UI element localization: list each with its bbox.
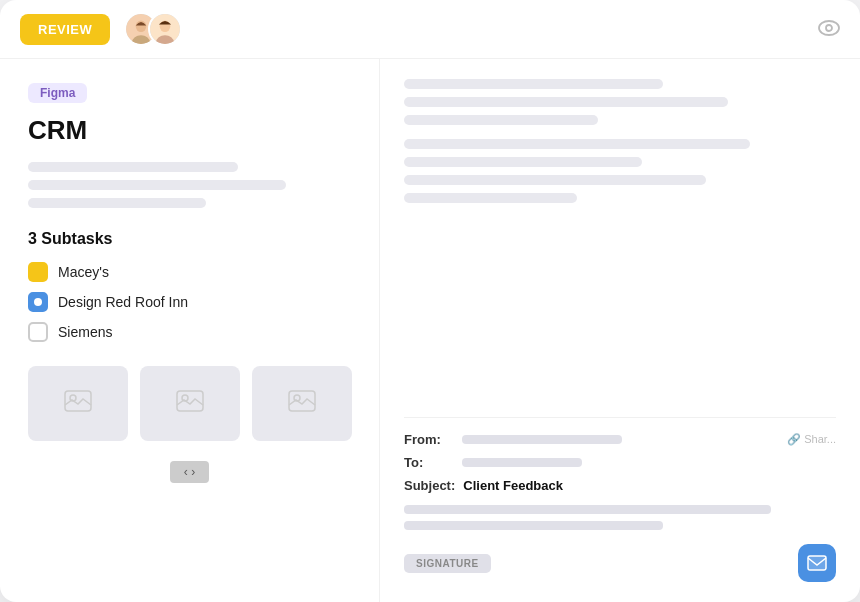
left-panel: Figma CRM 3 Subtasks Macey's Design Red … (0, 59, 380, 602)
mail-icon-button[interactable] (798, 544, 836, 582)
right-skeleton-1 (404, 79, 663, 89)
share-icon-row: 🔗 Shar... (787, 433, 836, 446)
svg-rect-12 (289, 391, 315, 411)
email-footer: SIGNATURE (404, 544, 836, 582)
toolbar-right (818, 18, 840, 41)
avatar-2 (148, 12, 182, 46)
to-label: To: (404, 455, 454, 470)
toolbar: REVIEW (0, 0, 860, 59)
right-skeleton-3 (404, 115, 598, 125)
subtask-label: Design Red Roof Inn (58, 294, 188, 310)
subtask-label: Siemens (58, 324, 112, 340)
email-section: From: 🔗 Shar... To: Subject: Client Feed… (404, 417, 836, 582)
email-from-row: From: 🔗 Shar... (404, 432, 836, 447)
to-value (462, 458, 582, 467)
email-to-row: To: (404, 455, 836, 470)
body-line-2 (404, 521, 663, 530)
list-item[interactable]: Macey's (28, 262, 351, 282)
email-body-skeleton (404, 505, 836, 530)
share-text: 🔗 Shar... (787, 433, 836, 446)
avatars-group (124, 12, 182, 46)
from-value (462, 435, 622, 444)
review-button[interactable]: REVIEW (20, 14, 110, 45)
right-mid-skeleton (404, 139, 836, 203)
image-thumb-3[interactable] (252, 366, 352, 441)
subtask-check-blue (28, 292, 48, 312)
subject-value: Client Feedback (463, 478, 563, 493)
figma-badge: Figma (28, 83, 87, 103)
right-skeleton-5 (404, 157, 642, 167)
right-skeleton-7 (404, 193, 577, 203)
image-icon-2 (176, 390, 204, 418)
signature-badge: SIGNATURE (404, 554, 491, 573)
right-panel: From: 🔗 Shar... To: Subject: Client Feed… (380, 59, 860, 602)
body-line-1 (404, 505, 771, 514)
subject-label: Subject: (404, 478, 455, 493)
image-thumb-2[interactable] (140, 366, 240, 441)
image-icon-3 (288, 390, 316, 418)
page-nav-button[interactable]: ‹ › (170, 461, 209, 483)
mail-icon (807, 553, 827, 573)
svg-point-6 (819, 21, 839, 35)
main-window: REVIEW (0, 0, 860, 602)
email-subject-row: Subject: Client Feedback (404, 478, 836, 493)
subtask-list: Macey's Design Red Roof Inn Siemens (28, 262, 351, 342)
image-icon-1 (64, 390, 92, 418)
list-item[interactable]: Siemens (28, 322, 351, 342)
page-nav: ‹ › (28, 461, 351, 483)
from-label: From: (404, 432, 454, 447)
svg-rect-8 (65, 391, 91, 411)
svg-rect-10 (177, 391, 203, 411)
right-skeleton-4 (404, 139, 750, 149)
image-thumb-1[interactable] (28, 366, 128, 441)
subtask-check-empty (28, 322, 48, 342)
main-content: Figma CRM 3 Subtasks Macey's Design Red … (0, 59, 860, 602)
right-skeleton-2 (404, 97, 728, 107)
description-skeleton (28, 162, 351, 208)
skeleton-line-3 (28, 198, 206, 208)
svg-point-7 (826, 25, 832, 31)
eye-icon[interactable] (818, 18, 840, 40)
skeleton-line-2 (28, 180, 286, 190)
subtasks-heading: 3 Subtasks (28, 230, 351, 248)
list-item[interactable]: Design Red Roof Inn (28, 292, 351, 312)
subtask-check-yellow (28, 262, 48, 282)
project-title: CRM (28, 115, 351, 146)
subtask-label: Macey's (58, 264, 109, 280)
svg-rect-14 (808, 556, 826, 570)
skeleton-line-1 (28, 162, 238, 172)
images-row (28, 366, 351, 441)
right-skeleton-6 (404, 175, 706, 185)
right-top-skeleton (404, 79, 836, 125)
